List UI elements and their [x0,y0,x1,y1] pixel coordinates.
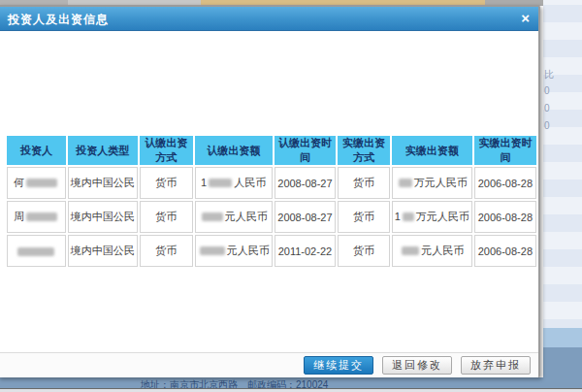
table-cell: 1人民币 [195,167,273,199]
table-cell: 2006-08-28 [474,235,536,267]
table-cell: 境内中国公民 [68,167,138,199]
table-cell [7,235,66,267]
table-header-cell: 实缴出资方式 [338,136,389,165]
dialog-body: 投资人投资人类型认缴出资方式认缴出资额认缴出资时间实缴出资方式实缴出资额实缴出资… [0,31,538,377]
background-text-fragment: 0 [544,85,550,96]
table-cell: 万元人民币 [392,167,472,199]
redacted-blur [209,179,232,187]
table-cell: 境内中国公民 [68,201,138,233]
dialog-footer-buttons: 继续提交退回修改放弃申报 [0,352,538,377]
table-header-cell: 认缴出资方式 [140,136,193,165]
table-header-cell: 投资人类型 [68,136,138,165]
redacted-blur [202,212,223,221]
table-cell: 2006-08-28 [474,167,536,199]
table-header-cell: 投资人 [7,136,66,165]
redacted-blur [26,179,57,187]
redacted-blur [402,246,419,255]
table-cell: 元人民币 [195,235,273,267]
background-text-fragment: 0 [544,103,550,114]
table-cell: 2011-02-22 [275,235,336,267]
background-band [543,328,582,347]
table-cell: 货币 [140,235,193,267]
table-cell: 2008-08-27 [275,201,336,233]
table-cell: 元人民币 [195,201,273,233]
screen: 比000 地址：南京市北京西路 邮政编码：210024 投资人及出资信息 × 投… [0,0,582,392]
background-bottom-strip [0,388,582,392]
table-cell: 1万元人民币 [392,201,472,233]
background-text-fragment: 0 [544,120,550,131]
table-cell: 货币 [338,235,389,267]
return-modify-button[interactable]: 退回修改 [382,356,452,375]
background-row-stripes [543,5,582,328]
abandon-declare-button[interactable]: 放弃申报 [461,356,531,375]
redacted-blur [26,212,57,221]
table-cell: 货币 [140,167,193,199]
table-header-cell: 认缴出资时间 [275,136,336,165]
table-cell: 何 [7,167,66,199]
table-header-row: 投资人投资人类型认缴出资方式认缴出资额认缴出资时间实缴出资方式实缴出资额实缴出资… [7,136,536,165]
background-page-footer: 地址：南京市北京西路 邮政编码：210024 [0,377,582,388]
table-cell: 2006-08-28 [474,201,536,233]
table-cell: 货币 [338,201,389,233]
table-cell: 2008-08-27 [275,167,336,199]
investor-table: 投资人投资人类型认缴出资方式认缴出资额认缴出资时间实缴出资方式实缴出资额实缴出资… [5,134,538,269]
investor-table-head: 投资人投资人类型认缴出资方式认缴出资额认缴出资时间实缴出资方式实缴出资额实缴出资… [7,136,536,165]
table-header-cell: 认缴出资额 [195,136,273,165]
table-cell: 元人民币 [392,235,472,267]
background-text-fragment: 比 [544,68,554,82]
redacted-blur [399,179,412,187]
table-row: 境内中国公民货币元人民币2011-02-22货币元人民币2006-08-28 [7,235,536,267]
dialog-header: 投资人及出资信息 × [0,7,538,31]
table-cell: 货币 [338,167,389,199]
table-cell: 货币 [140,201,193,233]
table-cell: 周 [7,201,66,233]
close-icon[interactable]: × [521,10,530,27]
redacted-blur [17,247,54,256]
table-row: 周境内中国公民货币元人民币2008-08-27货币1万元人民币2006-08-2… [7,201,536,233]
investor-info-dialog: 投资人及出资信息 × 投资人投资人类型认缴出资方式认缴出资额认缴出资时间实缴出资… [0,5,540,377]
table-header-cell: 实缴出资时间 [474,136,536,165]
continue-submit-button[interactable]: 继续提交 [304,356,373,375]
table-row: 何境内中国公民货币1人民币2008-08-27货币万元人民币2006-08-28 [7,167,536,199]
dialog-title: 投资人及出资信息 [8,12,109,28]
redacted-blur [200,246,225,255]
investor-table-body: 何境内中国公民货币1人民币2008-08-27货币万元人民币2006-08-28… [7,167,536,267]
footer-address-text: 地址：南京市北京西路 邮政编码：210024 [141,378,328,388]
background-table-strip: 比000 [543,0,582,392]
table-header-cell: 实缴出资额 [392,136,472,165]
table-cell: 境内中国公民 [68,235,138,267]
redacted-blur [403,212,414,221]
